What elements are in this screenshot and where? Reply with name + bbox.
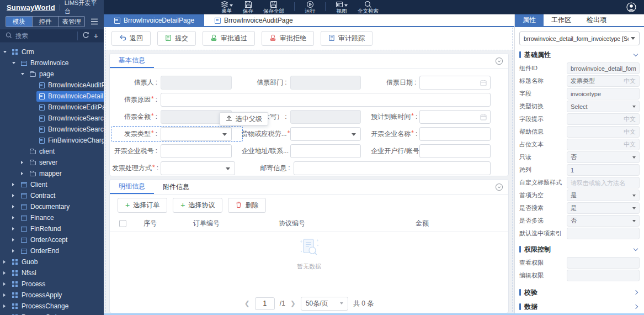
menu-button[interactable]: 菜单 <box>221 1 233 14</box>
next-page-icon[interactable]: ❯ <box>290 300 296 307</box>
company-name-input[interactable] <box>419 127 491 141</box>
group-permission-control[interactable]: 权限控制 <box>515 242 644 256</box>
field-invoice-type-selected[interactable]: 发票类型*: <box>112 127 242 141</box>
field-name-input[interactable]: invoicetype <box>567 88 640 99</box>
refresh-icon[interactable] <box>82 32 89 40</box>
caret-right-icon[interactable] <box>12 227 19 230</box>
tree-item[interactable]: Finance <box>0 212 104 223</box>
tree-item[interactable]: FinBwinvoiceChargeDetailPage <box>0 135 104 146</box>
invoice-type-select[interactable] <box>161 127 232 141</box>
run-button[interactable]: 运行 <box>305 1 315 14</box>
tree-item[interactable]: Nfssi <box>0 267 104 279</box>
fulltext-search-button[interactable]: 全文检索 <box>358 1 379 14</box>
component-id-input[interactable]: brrowinvoice_detail_form_invoicetype <box>567 62 640 74</box>
tree-item[interactable]: page <box>0 69 104 80</box>
back-button[interactable]: 返回 <box>111 31 151 46</box>
tree-item[interactable]: OrderAccept <box>0 234 104 245</box>
tree-item[interactable]: OrderEnd <box>0 245 104 256</box>
tree-item[interactable]: FinRefund <box>0 223 104 234</box>
custom-title-style-input[interactable] <box>567 177 640 188</box>
first-empty-select[interactable]: 是 <box>567 190 640 201</box>
readonly-select[interactable]: 否 <box>567 151 640 163</box>
goods-service-select[interactable] <box>290 127 361 141</box>
tree-item[interactable]: Crm <box>0 46 104 57</box>
tax-number-input[interactable] <box>161 144 232 158</box>
caret-right-icon[interactable] <box>12 205 19 208</box>
invoice-handling-select[interactable] <box>161 161 235 175</box>
save-all-button[interactable]: 保存全部 <box>263 1 284 14</box>
default-index-input[interactable] <box>567 228 640 239</box>
tree-item[interactable]: mapper <box>0 168 104 179</box>
save-button[interactable]: 保存 <box>243 1 253 14</box>
select-agreement-button[interactable]: +选择协议 <box>173 198 222 213</box>
tree-item[interactable]: ProcessOrder <box>0 312 104 315</box>
caret-right-icon[interactable] <box>21 172 28 175</box>
user-avatar[interactable] <box>626 2 636 12</box>
tree-item[interactable]: Client <box>0 179 104 190</box>
select-all-checkbox[interactable] <box>119 220 126 227</box>
tab-modules[interactable]: 模块 <box>6 17 33 27</box>
tree-item[interactable]: BrrowInvoice <box>0 57 104 69</box>
tab-controls[interactable]: 控件 <box>33 17 59 27</box>
help-info-input[interactable]: 中文 <box>567 126 640 138</box>
delete-button[interactable]: 删除 <box>228 198 266 213</box>
caret-right-icon[interactable] <box>3 305 10 308</box>
tab-properties[interactable]: 属性 <box>515 14 544 26</box>
caret-right-icon[interactable] <box>21 161 28 164</box>
caret-right-icon[interactable] <box>12 249 19 253</box>
select-order-button[interactable]: +选择订单 <box>118 198 167 213</box>
collapse-section-icon[interactable] <box>495 183 503 191</box>
view-button[interactable]: 视图 <box>336 1 348 14</box>
bank-account-input[interactable] <box>419 144 491 158</box>
tree-item[interactable]: BrrowInvoiceSearchDealPage <box>0 113 104 124</box>
tree-item[interactable]: ProcessChange <box>0 301 104 312</box>
caret-right-icon[interactable] <box>3 293 10 297</box>
tree-item[interactable]: Contract <box>0 190 104 201</box>
hamburger-icon[interactable] <box>91 18 98 25</box>
field-hint-input[interactable]: 中文 <box>567 113 640 125</box>
tree-item-selected[interactable]: BrrowInvoiceDetailPage <box>0 91 104 102</box>
add-icon[interactable]: + <box>94 33 98 39</box>
search-input[interactable] <box>15 33 77 39</box>
prev-page-icon[interactable]: ❮ <box>244 300 250 307</box>
approve-button[interactable]: 审批通过 <box>203 31 255 46</box>
company-address-input[interactable] <box>290 144 361 158</box>
tab-table-manage[interactable]: 表管理 <box>58 17 84 27</box>
tree-item[interactable]: Guob <box>0 256 104 267</box>
select-parent-button[interactable]: 选中父级 <box>220 112 268 125</box>
title-name-input[interactable]: 发票类型中文 <box>567 75 640 87</box>
tab-detail-info[interactable]: 明细信息 <box>110 180 154 194</box>
tree-item[interactable]: BrrowInvoiceEditPage <box>0 102 104 113</box>
group-data[interactable]: 数据 <box>515 300 644 314</box>
doc-tab-detail-page[interactable]: BrrowInvoiceDetailPage <box>104 14 204 26</box>
caret-down-icon[interactable] <box>12 62 19 64</box>
view-permission-input[interactable] <box>567 257 640 269</box>
tree-item[interactable]: client <box>0 146 104 157</box>
collapse-section-icon[interactable] <box>495 57 503 65</box>
placeholder-text-input[interactable]: 中文 <box>567 139 640 150</box>
borrow-reason-input[interactable] <box>161 93 491 107</box>
submit-button[interactable]: 提交 <box>157 31 196 46</box>
caret-down-icon[interactable] <box>21 73 28 75</box>
tab-basic-info[interactable]: 基本信息 <box>110 54 154 68</box>
edit-permission-input[interactable] <box>567 270 640 281</box>
tab-attachment-info[interactable]: 附件信息 <box>154 180 198 194</box>
page-size-select[interactable]: 50条/页 <box>301 297 348 311</box>
caret-right-icon[interactable] <box>12 194 19 197</box>
tree-item[interactable]: Documentary <box>0 201 104 212</box>
borrow-date-input[interactable] <box>419 76 491 90</box>
reject-button[interactable]: 审批拒绝 <box>262 31 314 46</box>
caret-right-icon[interactable] <box>12 183 19 186</box>
type-switch-select[interactable]: Select <box>567 101 640 112</box>
mailing-info-input[interactable] <box>294 161 491 175</box>
target-component-select[interactable]: brrowinvoice_detail_form_invoicetype [Se… <box>519 32 640 45</box>
expected-arrival-input[interactable] <box>419 110 491 124</box>
multiselect-select[interactable]: 否 <box>567 215 640 227</box>
tab-checkout[interactable]: 检出项 <box>579 14 614 26</box>
caret-right-icon[interactable] <box>3 282 10 286</box>
search-box[interactable] <box>6 32 77 40</box>
tab-workspace[interactable]: 工作区 <box>544 14 579 26</box>
caret-right-icon[interactable] <box>3 271 10 275</box>
audit-trail-button[interactable]: 审计跟踪 <box>321 31 372 46</box>
caret-right-icon[interactable] <box>12 216 19 219</box>
